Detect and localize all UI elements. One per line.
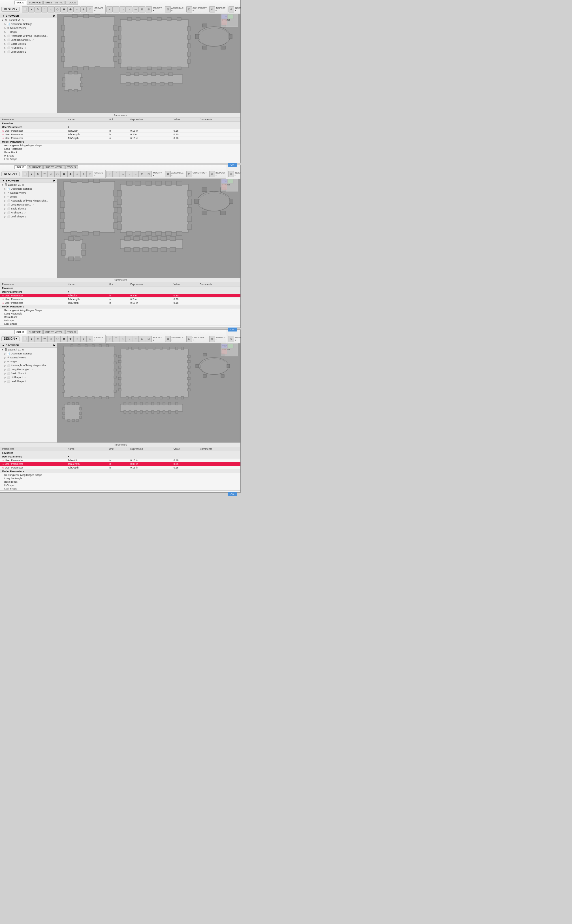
tb3-insert[interactable]: ⊕ [228,336,234,342]
tb2-icon6[interactable]: ⬡ [54,171,61,177]
tb2-icon8[interactable]: ⬣ [67,171,74,177]
p2-param-comments-3[interactable] [198,301,240,305]
sb3-origin[interactable]: ▷ ⊹ Origin [0,360,57,363]
sb3-rect[interactable]: ▷ ⬜ Rectangle w/ living Hinges Sha... [0,363,57,368]
collapse-icon[interactable]: ◄ [2,14,5,17]
sb2-origin[interactable]: ▷ ⊹ Origin [0,195,57,199]
p2-param-name-2[interactable]: TabLength [66,298,107,301]
p2-param-name-1[interactable]: TabWidth [66,294,107,298]
table-row[interactable]: ☆ User Parameter TabWidth in 0.16 in 0.1… [0,129,240,133]
tb2-icon3[interactable]: ↻ [35,171,41,177]
project-item-3[interactable]: ▼ 🗄 LaserKit v1 ⊕ [0,348,57,352]
sb-h-shape[interactable]: ▷ ⬜ H-Shape:1 ⊙ [0,46,57,50]
sb2-doc[interactable]: ▷ 📄 Document Settings [0,187,57,191]
p2-table-row[interactable]: ☆ User Parameter TabDepth in 0.16 in 0.1… [0,301,240,305]
sb-long-rect[interactable]: ▷ ⬜ Long Rectangle:1 ✓ [0,38,57,42]
tb3-icon11[interactable]: □ [87,336,93,342]
collapse-icon-2[interactable]: ◄ [2,179,5,182]
shell-icon[interactable]: ⬦ [126,6,132,12]
construct-icon-1[interactable]: ⊡ [187,6,192,12]
tb3-m6[interactable]: ⊞ [139,336,145,342]
tb2-m4[interactable]: ⬦ [126,171,132,177]
p2-param-comments-2[interactable] [198,298,240,301]
tb2-icon5[interactable]: ◇ [48,171,54,177]
p2-param-expr-1[interactable]: 0.3 in [129,294,172,298]
p2-param-expr-3[interactable]: 0.16 in [129,301,172,305]
tb2-m6[interactable]: ⊞ [139,171,145,177]
project-options[interactable]: ⊕ [22,19,24,22]
tb3-icon5[interactable]: ◇ [48,336,54,342]
project-item-2[interactable]: ▼ 🗄 LaserKit v1 ⊕ [0,183,57,187]
revolve-icon[interactable]: ↻ [35,6,41,12]
assemble-icon[interactable]: ⊠ [165,6,171,12]
tab2-surface[interactable]: SURFACE [27,165,43,169]
collapse-icon-3[interactable]: ◄ [2,344,5,347]
param-comments-3[interactable] [198,137,240,140]
add-param-btn[interactable]: + [66,126,107,129]
p3-param-name-2[interactable]: TabLength [66,462,107,466]
sb2-hshape[interactable]: ▷ ⬜ H-Shape:1 ⊙ [0,211,57,214]
p3-param-comments-3[interactable] [198,466,240,470]
p3-table-row[interactable]: ☆ User Parameter TabDepth in 0.16 in 0.1… [0,466,240,470]
p3-param-expr-2[interactable]: 0.05 in [129,462,172,466]
param-name-2[interactable]: TabLength [66,133,107,137]
new-body-icon[interactable]: ⬜ [22,6,28,12]
tab-tools[interactable]: TOOLS [65,0,78,5]
sb-leaf-shape[interactable]: ▷ ⬜ Leaf Shape:1 [0,50,57,54]
combine-icon[interactable]: ⊞ [139,6,145,12]
tab-surface[interactable]: SURFACE [27,0,43,5]
insert-icon[interactable]: ⊕ [228,6,234,12]
sweep-icon[interactable]: 〜 [41,6,48,12]
extrude-icon[interactable]: ▲ [28,6,34,12]
p3-param-expr-1[interactable]: 0.16 in [129,459,172,462]
table-row[interactable]: ☆ User Parameter TabLength in 0.2 in 0.2… [0,133,240,137]
p2-table-row[interactable]: ☆ User Parameter TabLength in 0.2 in 0.2… [0,298,240,301]
p2-table-row-highlight[interactable]: ☆ User Parameter TabWidth in 0.3 in 0.30 [0,294,240,298]
tb3-icon8[interactable]: ⬣ [67,336,74,342]
tb3-icon2[interactable]: ▲ [28,336,34,342]
hole-icon[interactable]: ○ [74,6,80,12]
project-opts-2[interactable]: ⊕ [22,184,24,186]
sb3-basic[interactable]: ▷ ⬜ Basic Block:1 [0,371,57,375]
p3-param-comments-2[interactable] [198,462,240,466]
design-dropdown-3[interactable]: DESIGN ▾ [2,336,20,341]
tb2-icon10[interactable]: ⊕ [81,171,87,177]
tb3-m5[interactable]: ⇔ [132,336,139,342]
tb2-insert[interactable]: ⊕ [228,171,234,177]
sb3-hshape[interactable]: ▷ ⬜ H-Shape:1 ⊙ [0,375,57,379]
sb-named-views[interactable]: ▷ 👁 Named Views [0,26,57,30]
tb2-icon4[interactable]: 〜 [41,171,48,177]
tb2-m5[interactable]: ⇔ [132,171,139,177]
sb2-longrect[interactable]: ▷ ⬜ Long Rectangle:1 ✓ [0,203,57,207]
design-dropdown[interactable]: DESIGN ▾ [2,7,20,12]
p3-param-comments-1[interactable] [198,459,240,462]
browser-add-btn-2[interactable]: ⊕ [53,179,55,182]
param-comments-2[interactable] [198,133,240,137]
tab3-solid[interactable]: SOLID [14,330,26,334]
web-icon[interactable]: ⬢ [61,6,67,12]
ok-button-1[interactable]: OK [228,163,237,167]
construct-icon-3[interactable]: ⊡ [187,336,192,342]
tab2-sheetmetal[interactable]: SHEET METAL [44,165,65,169]
ok-button-3[interactable]: OK [228,492,237,496]
tb2-m3[interactable]: ⌓ [120,171,126,177]
tb2-m7[interactable]: ⊟ [146,171,152,177]
construct-icon-2[interactable]: ⊡ [187,171,192,177]
param-name-1[interactable]: TabWidth [66,129,107,133]
p3-add-param-btn[interactable]: + [66,455,107,459]
tb3-m4[interactable]: ⬦ [126,336,132,342]
tb3-icon10[interactable]: ⊕ [81,336,87,342]
thread-icon[interactable]: ⊕ [81,6,87,12]
tb3-m2[interactable]: ⌒ [113,336,119,342]
tab3-sheetmetal[interactable]: SHEET METAL [44,330,65,334]
tab2-tools[interactable]: TOOLS [65,165,78,169]
tab-sheetmetal[interactable]: SHEET METAL [44,0,65,5]
p2-param-expr-2[interactable]: 0.2 in [129,298,172,301]
p3-param-name-3[interactable]: TabDepth [66,466,107,470]
sb-rect-hinges[interactable]: ▷ ⬜ Rectangle w/ living Hinges Sha... [0,34,57,38]
p2-add-param-btn[interactable]: + [66,290,107,294]
tb3-m7[interactable]: ⊟ [146,336,152,342]
tb3-icon9[interactable]: ○ [74,336,80,342]
sb2-rect[interactable]: ▷ ⬜ Rectangle w/ living Hinges Sha... [0,199,57,203]
sb2-leaf[interactable]: ▷ ⬜ Leaf Shape:1 [0,214,57,219]
